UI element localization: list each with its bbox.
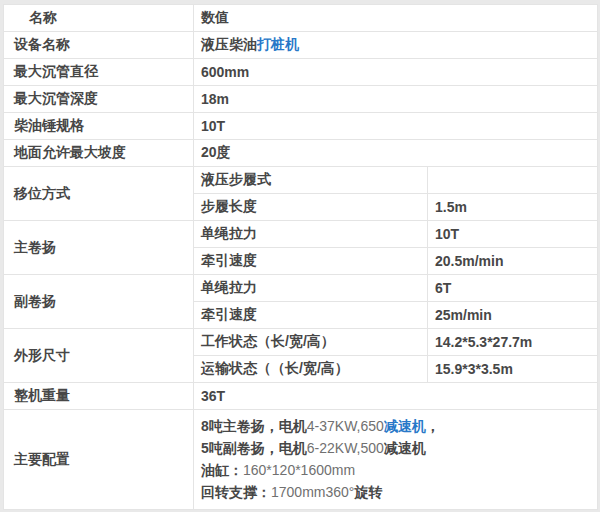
row-label-aux-winch: 副卷扬 <box>4 275 194 329</box>
spec-sub-label-cell: 工作状态（长/宽/高） <box>194 329 428 356</box>
spec-row: 地面允许最大坡度20度 <box>4 140 598 167</box>
row-label-max-ground-slope: 地面允许最大坡度 <box>4 140 194 167</box>
spec-value-cell: 6T <box>428 275 598 302</box>
spec-number-text: 1700mm360° <box>271 484 354 500</box>
spec-row: 设备名称液压柴油打桩机 <box>4 32 598 59</box>
spec-value-cell: 25m/min <box>428 302 598 329</box>
spec-value-cell: 600mm <box>194 59 598 86</box>
spec-number-text: 160*120*1600mm <box>243 462 355 478</box>
spec-row: 整机重量36T <box>4 383 598 410</box>
spec-value-cell: 20度 <box>194 140 598 167</box>
spec-row: 柴油锤规格10T <box>4 113 598 140</box>
spec-empty-cell <box>428 167 598 194</box>
spec-strong-text: ， <box>426 418 440 434</box>
spec-sub-label-cell: 牵引速度 <box>194 248 428 275</box>
pile-driver-link[interactable]: 打桩机 <box>257 36 299 52</box>
spec-value-cell: 液压柴油打桩机 <box>194 32 598 59</box>
row-label-overall-dimensions: 外形尺寸 <box>4 329 194 383</box>
spec-sub-label-cell: 单绳拉力 <box>194 275 428 302</box>
spec-row: 移位方式液压步履式 <box>4 167 598 194</box>
spec-strong-text: 旋转 <box>354 484 382 500</box>
spec-row: 主要配置8吨主卷扬，电机4-37KW,650减速机，5吨副卷扬，电机6-22KW… <box>4 410 598 510</box>
header-row: 名称 数值 <box>4 5 598 32</box>
spec-number-text: 6-22KW,500 <box>307 440 384 456</box>
spec-strong-text: 8吨主卷扬，电机 <box>201 418 307 434</box>
spec-table-container: 名称 数值 设备名称液压柴油打桩机最大沉管直径600mm最大沉管深度18m柴油锤… <box>3 4 597 510</box>
spec-sub-label-cell: 步履长度 <box>194 194 428 221</box>
spec-row: 最大沉管深度18m <box>4 86 598 113</box>
spec-value-cell: 10T <box>428 221 598 248</box>
spec-row: 外形尺寸工作状态（长/宽/高）14.2*5.3*27.7m <box>4 329 598 356</box>
config-line: 油缸：160*120*1600mm <box>201 459 591 481</box>
spec-sub-label-cell: 液压步履式 <box>194 167 428 194</box>
spec-sub-label-cell: 牵引速度 <box>194 302 428 329</box>
spec-table: 名称 数值 设备名称液压柴油打桩机最大沉管直径600mm最大沉管深度18m柴油锤… <box>3 4 598 510</box>
spec-value-cell: 15.9*3*3.5m <box>428 356 598 383</box>
config-line: 5吨副卷扬，电机6-22KW,500减速机 <box>201 437 591 459</box>
spec-table-body: 设备名称液压柴油打桩机最大沉管直径600mm最大沉管深度18m柴油锤规格10T地… <box>4 32 598 510</box>
spec-number-text: 4-37KW,650 <box>307 418 384 434</box>
column-header-name: 名称 <box>4 5 194 32</box>
spec-value-cell: 10T <box>194 113 598 140</box>
row-label-total-weight: 整机重量 <box>4 383 194 410</box>
row-label-equipment-name: 设备名称 <box>4 32 194 59</box>
config-cell: 8吨主卷扬，电机4-37KW,650减速机，5吨副卷扬，电机6-22KW,500… <box>194 410 598 510</box>
spec-strong-text: 减速机 <box>384 440 426 456</box>
config-line: 回转支撑：1700mm360°旋转 <box>201 481 591 503</box>
spec-strong-text: 油缸： <box>201 462 243 478</box>
spec-value-cell: 36T <box>194 383 598 410</box>
spec-strong-text: 液压柴油 <box>201 36 257 52</box>
column-header-value: 数值 <box>194 5 598 32</box>
spec-value-cell: 20.5m/min <box>428 248 598 275</box>
row-label-shift-mode: 移位方式 <box>4 167 194 221</box>
spec-value-cell: 1.5m <box>428 194 598 221</box>
row-label-diesel-hammer-spec: 柴油锤规格 <box>4 113 194 140</box>
row-label-max-pipe-depth: 最大沉管深度 <box>4 86 194 113</box>
spec-sub-label-cell: 单绳拉力 <box>194 221 428 248</box>
row-label-max-pipe-diameter: 最大沉管直径 <box>4 59 194 86</box>
row-label-main-winch: 主卷扬 <box>4 221 194 275</box>
spec-value-cell: 18m <box>194 86 598 113</box>
spec-strong-text: 回转支撑： <box>201 484 271 500</box>
config-line: 8吨主卷扬，电机4-37KW,650减速机， <box>201 415 591 437</box>
spec-row: 最大沉管直径600mm <box>4 59 598 86</box>
spec-row: 主卷扬单绳拉力10T <box>4 221 598 248</box>
spec-value-cell: 14.2*5.3*27.7m <box>428 329 598 356</box>
row-label-main-configuration: 主要配置 <box>4 410 194 510</box>
spec-sub-label-cell: 运输状态（（长/宽/高） <box>194 356 428 383</box>
spec-row: 副卷扬单绳拉力6T <box>4 275 598 302</box>
spec-strong-text: 5吨副卷扬，电机 <box>201 440 307 456</box>
reducer-link[interactable]: 减速机 <box>384 418 426 434</box>
